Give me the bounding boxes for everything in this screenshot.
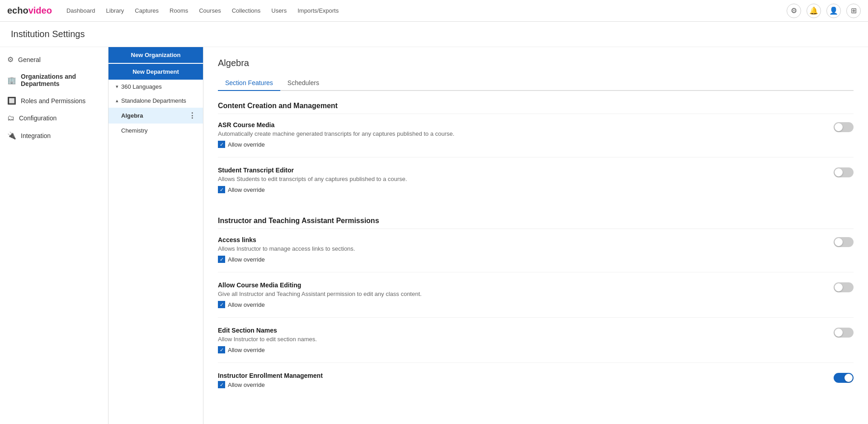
override-label-access-links: Allow override (228, 256, 265, 263)
feature-item-asr-course-media: ASR Course MediaAutomatically create mac… (218, 121, 854, 157)
new-department-button[interactable]: New Department (108, 64, 203, 80)
orgs-icon: 🏢 (7, 76, 16, 85)
feature-item-header-student-transcript-editor: Student Transcript EditorAllows Students… (218, 167, 854, 193)
page-title: Institution Settings (0, 22, 868, 47)
toggle-knob-asr-course-media (835, 123, 843, 131)
override-checkbox-instructor-enrollment-management[interactable]: ✓ (218, 381, 225, 388)
toggle-asr-course-media[interactable] (834, 122, 854, 132)
nav-link-collections[interactable]: Collections (232, 7, 261, 14)
grid-icon-btn[interactable]: ⊞ (846, 4, 861, 18)
dept-label-chemistry: Chemistry (121, 127, 148, 134)
feature-section-content-creation: Content Creation and ManagementASR Cours… (218, 102, 854, 202)
page-layout: Institution Settings ⚙ General 🏢 Organiz… (0, 22, 868, 424)
feature-item-left-instructor-enrollment-management: Instructor Enrollment Management ✓ Allow… (218, 372, 823, 388)
new-organization-button[interactable]: New Organization (108, 47, 203, 63)
dept-menu-dots[interactable]: ⋮ (189, 111, 196, 120)
tree-label-360-languages: 360 Languages (121, 83, 196, 90)
toggle-knob-allow-course-media-editing (835, 283, 843, 291)
tree-item-standalone-departments[interactable]: ▴ Standalone Departments (108, 94, 203, 108)
toggle-container-edit-section-names (834, 328, 854, 338)
notifications-icon-btn[interactable]: 🔔 (807, 4, 821, 18)
nav-link-rooms[interactable]: Rooms (170, 7, 188, 14)
tabs: Section FeaturesSchedulers (218, 76, 854, 91)
feature-item-header-instructor-enrollment-management: Instructor Enrollment Management ✓ Allow… (218, 372, 854, 388)
tab-schedulers[interactable]: Schedulers (280, 76, 326, 91)
tree-item-360-languages[interactable]: ▾ 360 Languages (108, 80, 203, 94)
sidebar-item-orgs[interactable]: 🏢 Organizations and Departments (0, 68, 108, 92)
tab-section-features[interactable]: Section Features (218, 76, 280, 91)
feature-item-header-access-links: Access linksAllows Instructor to manage … (218, 236, 854, 263)
feature-name-asr-course-media: ASR Course Media (218, 121, 823, 129)
allow-override-student-transcript-editor[interactable]: ✓ Allow override (218, 186, 823, 193)
nav-link-library[interactable]: Library (106, 7, 124, 14)
user-icon-btn[interactable]: 👤 (826, 4, 841, 18)
feature-item-left-asr-course-media: ASR Course MediaAutomatically create mac… (218, 121, 823, 148)
toggle-student-transcript-editor[interactable] (834, 167, 854, 177)
feature-item-header-allow-course-media-editing: Allow Course Media EditingGive all Instr… (218, 281, 854, 308)
sidebar-item-config[interactable]: 🗂 Configuration (0, 110, 108, 127)
feature-desc-access-links: Allows Instructor to manage access links… (218, 245, 823, 252)
override-checkbox-student-transcript-editor[interactable]: ✓ (218, 186, 225, 193)
feature-desc-asr-course-media: Automatically create machine generated t… (218, 130, 823, 137)
override-label-asr-course-media: Allow override (228, 141, 265, 148)
allow-override-instructor-enrollment-management[interactable]: ✓ Allow override (218, 381, 823, 388)
sidebar-label-orgs: Organizations and Departments (21, 73, 101, 87)
toggle-container-access-links (834, 237, 854, 247)
nav-link-imports-exports[interactable]: Imports/Exports (297, 7, 339, 14)
override-checkbox-edit-section-names[interactable]: ✓ (218, 346, 225, 353)
middle-panel: New Organization New Department ▾ 360 La… (108, 47, 203, 424)
override-checkbox-access-links[interactable]: ✓ (218, 256, 225, 263)
chevron-standalone-departments-icon: ▴ (116, 98, 118, 104)
sidebar-label-config: Configuration (19, 114, 57, 122)
tree-label-standalone-departments: Standalone Departments (121, 97, 196, 104)
dept-item-algebra[interactable]: Algebra ⋮ (108, 108, 203, 124)
feature-item-student-transcript-editor: Student Transcript EditorAllows Students… (218, 167, 854, 202)
toggle-access-links[interactable] (834, 237, 854, 247)
feature-section-title-instructor-permissions: Instructor and Teaching Assistant Permis… (218, 217, 854, 229)
config-icon: 🗂 (7, 114, 14, 122)
feature-item-header-asr-course-media: ASR Course MediaAutomatically create mac… (218, 121, 854, 148)
allow-override-access-links[interactable]: ✓ Allow override (218, 256, 823, 263)
toggle-allow-course-media-editing[interactable] (834, 282, 854, 292)
feature-section-instructor-permissions: Instructor and Teaching Assistant Permis… (218, 217, 854, 397)
feature-item-edit-section-names: Edit Section NamesAllow Instructor to ed… (218, 327, 854, 363)
toggle-container-instructor-enrollment-management (834, 373, 854, 383)
toggle-knob-access-links (835, 238, 843, 246)
feature-item-header-edit-section-names: Edit Section NamesAllow Instructor to ed… (218, 327, 854, 353)
feature-item-left-access-links: Access linksAllows Instructor to manage … (218, 236, 823, 263)
nav-link-users[interactable]: Users (271, 7, 287, 14)
override-label-student-transcript-editor: Allow override (228, 186, 265, 193)
sidebar-item-general[interactable]: ⚙ General (0, 51, 108, 68)
features-container: Content Creation and ManagementASR Cours… (218, 102, 854, 397)
tree-container: ▾ 360 Languages ▴ Standalone Departments… (108, 80, 203, 138)
nav-link-dashboard[interactable]: Dashboard (66, 7, 95, 14)
feature-name-access-links: Access links (218, 236, 823, 243)
toggle-container-allow-course-media-editing (834, 282, 854, 292)
feature-name-instructor-enrollment-management: Instructor Enrollment Management (218, 372, 823, 379)
sidebar-item-integration[interactable]: 🔌 Integration (0, 127, 108, 144)
feature-desc-student-transcript-editor: Allows Students to edit transcripts of a… (218, 176, 823, 182)
toggle-knob-instructor-enrollment-management (844, 374, 853, 382)
allow-override-allow-course-media-editing[interactable]: ✓ Allow override (218, 301, 823, 308)
feature-section-title-content-creation: Content Creation and Management (218, 102, 854, 114)
override-checkbox-asr-course-media[interactable]: ✓ (218, 141, 225, 148)
nav-link-captures[interactable]: Captures (135, 7, 159, 14)
toggle-knob-edit-section-names (835, 329, 843, 337)
allow-override-asr-course-media[interactable]: ✓ Allow override (218, 141, 823, 148)
feature-item-instructor-enrollment-management: Instructor Enrollment Management ✓ Allow… (218, 372, 854, 397)
roles-icon: 🔲 (7, 96, 16, 105)
feature-name-student-transcript-editor: Student Transcript Editor (218, 167, 823, 174)
allow-override-edit-section-names[interactable]: ✓ Allow override (218, 346, 823, 353)
sidebar-item-roles[interactable]: 🔲 Roles and Permissions (0, 92, 108, 110)
nav-link-courses[interactable]: Courses (199, 7, 221, 14)
dept-item-chemistry[interactable]: Chemistry (108, 124, 203, 138)
toggle-edit-section-names[interactable] (834, 328, 854, 338)
override-checkbox-allow-course-media-editing[interactable]: ✓ (218, 301, 225, 308)
nav-links: DashboardLibraryCapturesRoomsCoursesColl… (66, 7, 787, 14)
feature-name-edit-section-names: Edit Section Names (218, 327, 823, 334)
integration-icon: 🔌 (7, 131, 16, 140)
toggle-container-asr-course-media (834, 122, 854, 132)
logo[interactable]: echovideo (7, 5, 52, 16)
settings-icon-btn[interactable]: ⚙ (787, 4, 801, 18)
toggle-instructor-enrollment-management[interactable] (834, 373, 854, 383)
